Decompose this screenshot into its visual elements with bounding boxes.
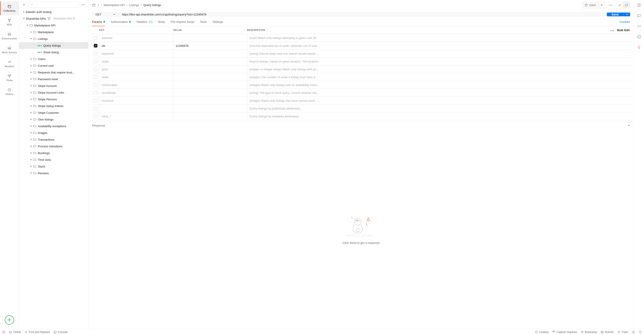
- tree-folder-item[interactable]: Users: [19, 56, 88, 62]
- rail-flows[interactable]: Flows: [0, 71, 19, 85]
- cookies-link[interactable]: Cookies: [620, 20, 630, 24]
- status-find-replace[interactable]: Find and Replace: [25, 330, 50, 334]
- status-runner[interactable]: Runner: [600, 330, 614, 334]
- rail-apis[interactable]: APIs: [0, 15, 19, 29]
- param-checkbox[interactable]: [94, 60, 98, 63]
- rail-collections[interactable]: Collections: [0, 1, 19, 15]
- param-value-cell[interactable]: [173, 34, 247, 42]
- param-value-cell[interactable]: [173, 58, 247, 65]
- param-desc-cell[interactable]: (string) Narrow down and sort search res…: [247, 50, 632, 57]
- breadcrumb-segment[interactable]: Marketplace API: [104, 3, 125, 7]
- tree-folder-item[interactable]: Stripe Account Links: [19, 89, 88, 96]
- send-button[interactable]: Send: [607, 13, 624, 16]
- status-bootcamp[interactable]: Bootcamp: [581, 330, 597, 334]
- tab-headers[interactable]: Headers (7): [136, 18, 152, 26]
- param-key-cell[interactable]: [99, 104, 173, 112]
- param-value-cell[interactable]: [173, 104, 247, 112]
- response-collapse-icon[interactable]: [628, 124, 630, 127]
- param-desc-cell[interactable]: (uuid) Match only listings belonging to …: [247, 34, 632, 42]
- rail-mock-servers[interactable]: Mock Servers: [0, 43, 19, 57]
- sidebar-more-icon[interactable]: [80, 2, 86, 8]
- status-help-icon[interactable]: [639, 330, 642, 334]
- request-more-icon[interactable]: [607, 2, 614, 8]
- param-desc-cell[interactable]: (comma separated list of uuids, optional…: [247, 42, 632, 50]
- tree-folder-item[interactable]: Stripe Account: [19, 82, 88, 89]
- param-checkbox[interactable]: [94, 68, 98, 71]
- tree-request-item[interactable]: GETShow listing: [19, 49, 88, 56]
- param-desc-cell[interactable]: Query listings by publicData attribute(s…: [247, 104, 632, 112]
- param-checkbox[interactable]: [94, 75, 98, 79]
- param-desc-cell[interactable]: (string) The type of stock query. Contro…: [247, 89, 632, 96]
- tree-folder-item[interactable]: Requests that require trust...: [19, 69, 88, 76]
- tree-folder-item[interactable]: Stock: [19, 163, 88, 170]
- tab-authorization[interactable]: Authorization: [111, 18, 131, 26]
- send-dropdown[interactable]: [624, 14, 630, 16]
- param-checkbox[interactable]: [94, 106, 98, 110]
- code-icon[interactable]: [637, 24, 641, 29]
- tree-folder-item[interactable]: Stripe Customer: [19, 109, 88, 116]
- tree-folder-item[interactable]: Password reset: [19, 76, 88, 82]
- sidebar-toggle-icon[interactable]: [2, 330, 5, 334]
- tree-item-sharetribe-apis[interactable]: Sharetribe APIs Sharetribe APIs [F: [19, 15, 88, 22]
- param-key-cell[interactable]: minDuration: [99, 81, 173, 89]
- status-online[interactable]: Online: [9, 330, 21, 334]
- tab-tests[interactable]: Tests: [200, 18, 207, 26]
- tab-body[interactable]: Body: [158, 18, 165, 26]
- param-desc-cell[interactable]: Query listings by metadata attribute(s).: [247, 112, 632, 120]
- lightbulb-icon[interactable]: [637, 45, 641, 50]
- tree-folder-item[interactable]: Availability exceptions: [19, 123, 88, 130]
- bulk-edit-button[interactable]: Bulk Edit: [617, 28, 630, 32]
- rail-explore-icon[interactable]: [5, 315, 14, 325]
- param-key-cell[interactable]: meta_*: [99, 112, 173, 120]
- param-checkbox[interactable]: [94, 52, 98, 55]
- params-more-icon[interactable]: [610, 28, 614, 32]
- param-key-cell[interactable]: stockMode: [99, 89, 173, 96]
- tree-folder-item[interactable]: Images: [19, 130, 88, 136]
- status-console[interactable]: Console: [54, 330, 68, 334]
- param-value-cell[interactable]: [173, 73, 247, 81]
- param-key-cell[interactable]: price: [99, 66, 173, 73]
- param-desc-cell[interactable]: (integer) The number of seats a listing …: [247, 73, 632, 81]
- status-cookies[interactable]: Cookies: [535, 330, 548, 334]
- param-key-cell[interactable]: origin: [99, 58, 173, 65]
- tree-folder-item[interactable]: Stripe Persons: [19, 96, 88, 102]
- param-key-cell[interactable]: authorId: [99, 34, 173, 42]
- tree-folder-item[interactable]: Transactions: [19, 136, 88, 143]
- edit-button[interactable]: [616, 2, 623, 8]
- breadcrumb-segment[interactable]: Listings: [129, 3, 139, 7]
- tree-request-item[interactable]: GETQuery listings: [19, 42, 88, 49]
- new-collection-button[interactable]: [21, 2, 27, 8]
- param-desc-cell[interactable]: Search listings, based on given location…: [247, 58, 632, 65]
- rail-environments[interactable]: Environments: [0, 29, 19, 43]
- tree-folder-item[interactable]: Reviews: [19, 170, 88, 176]
- save-dropdown-button[interactable]: [598, 2, 605, 8]
- info-icon[interactable]: [637, 35, 641, 40]
- tab-prerequest[interactable]: Pre-request Script: [171, 18, 194, 26]
- documentation-icon[interactable]: [637, 3, 641, 8]
- chevron-down-icon[interactable]: [98, 4, 99, 6]
- tree-folder-item[interactable]: Process transitions: [19, 143, 88, 150]
- param-value-cell[interactable]: 12345678: [173, 42, 247, 50]
- tree-folder-item[interactable]: Current user: [19, 62, 88, 69]
- tree-folder-item[interactable]: Stripe Setup Intents: [19, 102, 88, 109]
- param-value-cell[interactable]: [173, 81, 247, 89]
- save-button[interactable]: Save: [582, 2, 598, 8]
- method-dropdown[interactable]: GET: [92, 13, 119, 16]
- tree-item-marketplace-folder[interactable]: Marketplace: [19, 29, 88, 36]
- param-checkbox[interactable]: [94, 99, 98, 102]
- comment-button[interactable]: [623, 2, 630, 8]
- param-checkbox[interactable]: [94, 36, 98, 40]
- param-key-cell[interactable]: minStock: [99, 97, 173, 104]
- param-value-cell[interactable]: [173, 89, 247, 96]
- status-trash[interactable]: Trash: [617, 330, 628, 334]
- param-key-cell[interactable]: keywords: [99, 50, 173, 57]
- tree-item-marketplace-api[interactable]: Marketplace API: [19, 22, 88, 29]
- param-value-cell[interactable]: [173, 50, 247, 57]
- tab-params[interactable]: Params: [92, 18, 105, 26]
- param-value-cell[interactable]: [173, 97, 247, 104]
- param-value-cell[interactable]: [173, 112, 247, 120]
- tree-folder-item[interactable]: Own listings: [19, 116, 88, 123]
- param-desc-cell[interactable]: (integer or integer range) Match only li…: [247, 66, 632, 73]
- param-desc-cell[interactable]: (integer) Match only listings that have …: [247, 97, 632, 104]
- comments-icon[interactable]: [637, 14, 641, 18]
